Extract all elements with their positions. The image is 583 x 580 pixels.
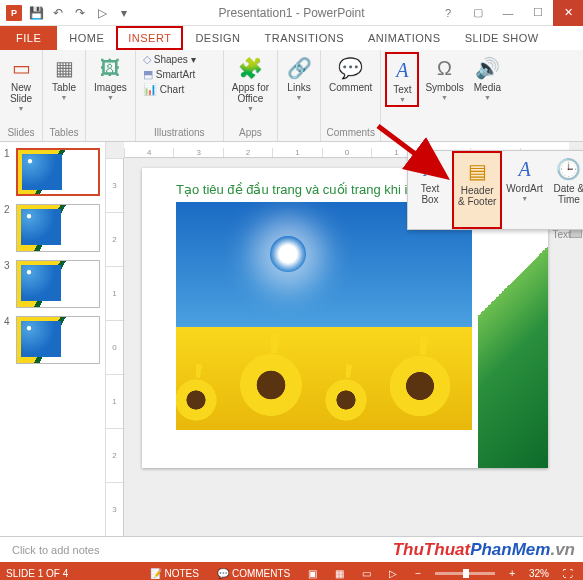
text-button[interactable]: A Text ▼: [385, 52, 419, 107]
datetime-icon: 🕒: [556, 155, 581, 183]
notes-toggle[interactable]: 📝 NOTES: [146, 568, 203, 579]
ribbon-options-icon[interactable]: ▢: [463, 0, 493, 26]
group-slides: ▭ New Slide ▼ Slides: [0, 50, 43, 141]
redo-icon[interactable]: ↷: [70, 3, 90, 23]
tab-home[interactable]: HOME: [57, 26, 116, 50]
title-bar: P 💾 ↶ ↷ ▷ ▾ Presentation1 - PowerPoint ?…: [0, 0, 583, 26]
notes-pane[interactable]: Click to add notes ThuThuatPhanMem.vn: [0, 536, 583, 562]
qa-dropdown-icon[interactable]: ▾: [114, 3, 134, 23]
links-button[interactable]: 🔗 Links ▼: [282, 52, 316, 103]
textbox-label: Text Box: [421, 183, 439, 205]
quick-access-toolbar: P 💾 ↶ ↷ ▷ ▾: [0, 3, 138, 23]
text-label: Text: [393, 84, 411, 95]
status-bar: SLIDE 1 OF 4 📝 NOTES 💬 COMMENTS ▣ ▦ ▭ ▷ …: [0, 562, 583, 580]
view-slideshow-icon[interactable]: ▷: [385, 568, 401, 579]
comment-button[interactable]: 💬 Comment: [325, 52, 376, 95]
table-icon: ▦: [55, 54, 74, 82]
shapes-button[interactable]: ◇Shapes ▾: [140, 52, 199, 67]
table-button[interactable]: ▦ Table ▼: [47, 52, 81, 103]
symbols-icon: Ω: [437, 54, 452, 82]
thumb-preview: [16, 148, 100, 196]
wordart-button[interactable]: A WordArt ▼: [502, 151, 547, 229]
slide-title[interactable]: Tạo tiêu đề đầu trang và cuối trang khi …: [176, 182, 415, 197]
shapes-label: Shapes: [154, 54, 188, 65]
thumb-preview: [16, 204, 100, 252]
sun-graphic: [270, 236, 306, 272]
comments-toggle[interactable]: 💬 COMMENTS: [213, 568, 294, 579]
sunflowers-graphic: [176, 326, 472, 430]
datetime-button[interactable]: 🕒 Date & Time: [547, 151, 583, 229]
help-icon[interactable]: ?: [433, 0, 463, 26]
maximize-icon[interactable]: ☐: [523, 0, 553, 26]
tab-slideshow[interactable]: SLIDE SHOW: [453, 26, 551, 50]
zoom-level[interactable]: 32%: [529, 568, 549, 579]
thumb-preview: [16, 316, 100, 364]
chart-button[interactable]: 📊Chart: [140, 82, 199, 97]
group-apps: 🧩 Apps for Office ▼ Apps: [224, 50, 278, 141]
apps-label: Apps for Office: [232, 82, 269, 104]
ribbon: ▭ New Slide ▼ Slides ▦ Table ▼ Tables 🖼 …: [0, 50, 583, 142]
close-icon[interactable]: ✕: [553, 0, 583, 26]
text-gallery-popout: A Text Box ▤ Header & Footer A WordArt ▼…: [407, 150, 583, 230]
ruler-vertical: 3210123: [106, 158, 124, 536]
view-normal-icon[interactable]: ▣: [304, 568, 321, 579]
images-button[interactable]: 🖼 Images ▼: [90, 52, 131, 103]
text-icon: A: [396, 56, 408, 84]
smartart-icon: ⬒: [143, 68, 153, 81]
symbols-button[interactable]: Ω Symbols ▼: [421, 52, 467, 103]
notes-placeholder: Click to add notes: [12, 544, 99, 556]
new-slide-button[interactable]: ▭ New Slide ▼: [4, 52, 38, 114]
tab-insert[interactable]: INSERT: [116, 26, 183, 50]
thumbnail-4[interactable]: 4: [4, 316, 101, 364]
tab-transitions[interactable]: TRANSITIONS: [253, 26, 356, 50]
tab-file[interactable]: FILE: [0, 26, 57, 50]
links-label: Links: [287, 82, 310, 93]
window-title: Presentation1 - PowerPoint: [218, 6, 364, 20]
zoom-out-icon[interactable]: −: [411, 568, 425, 579]
group-label: Apps: [228, 127, 273, 141]
start-slideshow-icon[interactable]: ▷: [92, 3, 112, 23]
thumbnail-1[interactable]: 1: [4, 148, 101, 196]
fit-to-window-icon[interactable]: ⛶: [559, 568, 577, 579]
comment-icon: 💬: [338, 54, 363, 82]
window-controls: ? ▢ — ☐ ✕: [433, 0, 583, 26]
group-links: 🔗 Links ▼: [278, 50, 321, 141]
chevron-down-icon: ▼: [61, 94, 68, 101]
view-reading-icon[interactable]: ▭: [358, 568, 375, 579]
slide-counter: SLIDE 1 OF 4: [6, 568, 68, 579]
links-icon: 🔗: [287, 54, 312, 82]
media-button[interactable]: 🔊 Media ▼: [470, 52, 505, 103]
chevron-down-icon: ▼: [399, 96, 406, 103]
media-icon: 🔊: [475, 54, 500, 82]
watermark: ThuThuatPhanMem.vn: [393, 540, 575, 560]
chevron-down-icon: ▼: [18, 105, 25, 112]
apps-button[interactable]: 🧩 Apps for Office ▼: [228, 52, 273, 114]
smartart-button[interactable]: ⬒SmartArt: [140, 67, 199, 82]
shapes-icon: ◇: [143, 53, 151, 66]
tab-design[interactable]: DESIGN: [183, 26, 252, 50]
thumb-preview: [16, 260, 100, 308]
header-footer-button[interactable]: ▤ Header & Footer: [452, 151, 502, 229]
textbox-icon: A: [424, 155, 436, 183]
slide-thumbnails: 1 2 3 4: [0, 142, 106, 536]
apps-icon: 🧩: [238, 54, 263, 82]
minimize-icon[interactable]: —: [493, 0, 523, 26]
thumbnail-3[interactable]: 3: [4, 260, 101, 308]
zoom-in-icon[interactable]: +: [505, 568, 519, 579]
thumb-number: 4: [4, 316, 12, 364]
header-footer-icon: ▤: [468, 157, 487, 185]
chevron-down-icon: ▼: [441, 94, 448, 101]
undo-icon[interactable]: ↶: [48, 3, 68, 23]
chevron-down-icon: ▼: [521, 195, 528, 202]
images-label: Images: [94, 82, 127, 93]
textbox-button[interactable]: A Text Box: [408, 151, 452, 229]
chart-icon: 📊: [143, 83, 157, 96]
view-sorter-icon[interactable]: ▦: [331, 568, 348, 579]
zoom-slider[interactable]: [435, 572, 495, 575]
tab-animations[interactable]: ANIMATIONS: [356, 26, 453, 50]
group-label: [282, 127, 316, 141]
slide-image-sunflowers[interactable]: [176, 202, 472, 430]
wordart-icon: A: [519, 155, 531, 183]
thumbnail-2[interactable]: 2: [4, 204, 101, 252]
save-icon[interactable]: 💾: [26, 3, 46, 23]
